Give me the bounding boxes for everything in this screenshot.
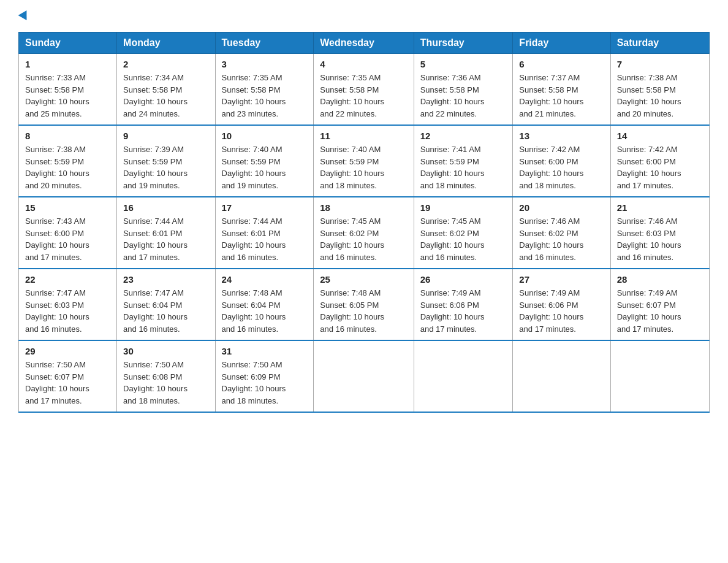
- day-number: 22: [25, 274, 110, 285]
- calendar-cell: 18 Sunrise: 7:45 AM Sunset: 6:02 PM Dayl…: [314, 197, 414, 269]
- day-info: Sunrise: 7:44 AM Sunset: 6:01 PM Dayligh…: [123, 215, 208, 263]
- calendar-cell: 11 Sunrise: 7:40 AM Sunset: 5:59 PM Dayl…: [314, 125, 414, 197]
- day-info: Sunrise: 7:38 AM Sunset: 5:59 PM Dayligh…: [25, 144, 110, 191]
- day-number: 29: [25, 346, 110, 356]
- calendar-cell: 6 Sunrise: 7:37 AM Sunset: 5:58 PM Dayli…: [513, 54, 610, 126]
- day-number: 28: [617, 274, 703, 285]
- calendar-cell: 24 Sunrise: 7:48 AM Sunset: 6:04 PM Dayl…: [215, 269, 314, 340]
- calendar-cell: 12 Sunrise: 7:41 AM Sunset: 5:59 PM Dayl…: [414, 125, 513, 197]
- day-number: 24: [222, 274, 308, 285]
- weekday-header-sunday: Sunday: [19, 33, 117, 54]
- calendar-cell: 16 Sunrise: 7:44 AM Sunset: 6:01 PM Dayl…: [117, 197, 215, 269]
- day-number: 13: [519, 131, 604, 141]
- calendar-header-row: SundayMondayTuesdayWednesdayThursdayFrid…: [19, 33, 710, 54]
- day-number: 10: [222, 131, 308, 141]
- calendar-cell: 26 Sunrise: 7:49 AM Sunset: 6:06 PM Dayl…: [414, 269, 513, 340]
- day-number: 23: [123, 274, 208, 285]
- day-number: 7: [617, 59, 703, 69]
- calendar-week-row: 1 Sunrise: 7:33 AM Sunset: 5:58 PM Dayli…: [19, 54, 710, 126]
- calendar-cell: 13 Sunrise: 7:42 AM Sunset: 6:00 PM Dayl…: [513, 125, 610, 197]
- day-info: Sunrise: 7:39 AM Sunset: 5:59 PM Dayligh…: [123, 144, 208, 191]
- day-info: Sunrise: 7:35 AM Sunset: 5:58 PM Dayligh…: [222, 72, 308, 120]
- calendar-cell: 20 Sunrise: 7:46 AM Sunset: 6:02 PM Dayl…: [513, 197, 610, 269]
- day-info: Sunrise: 7:45 AM Sunset: 6:02 PM Dayligh…: [420, 215, 507, 263]
- day-number: 19: [420, 202, 507, 213]
- calendar-cell: 4 Sunrise: 7:35 AM Sunset: 5:58 PM Dayli…: [314, 54, 414, 126]
- day-info: Sunrise: 7:46 AM Sunset: 6:02 PM Dayligh…: [519, 215, 604, 263]
- weekday-header-tuesday: Tuesday: [215, 33, 314, 54]
- day-number: 3: [222, 59, 308, 69]
- day-info: Sunrise: 7:33 AM Sunset: 5:58 PM Dayligh…: [25, 72, 110, 120]
- day-number: 17: [222, 202, 308, 213]
- weekday-header-thursday: Thursday: [414, 33, 513, 54]
- day-number: 6: [519, 59, 604, 69]
- day-number: 21: [617, 202, 703, 213]
- day-info: Sunrise: 7:41 AM Sunset: 5:59 PM Dayligh…: [420, 144, 507, 191]
- calendar-cell: 21 Sunrise: 7:46 AM Sunset: 6:03 PM Dayl…: [610, 197, 709, 269]
- day-number: 20: [519, 202, 604, 213]
- calendar-cell: 19 Sunrise: 7:45 AM Sunset: 6:02 PM Dayl…: [414, 197, 513, 269]
- day-info: Sunrise: 7:40 AM Sunset: 5:59 PM Dayligh…: [222, 144, 308, 191]
- day-info: Sunrise: 7:36 AM Sunset: 5:58 PM Dayligh…: [420, 72, 507, 120]
- calendar-cell: [610, 340, 709, 412]
- calendar-cell: 1 Sunrise: 7:33 AM Sunset: 5:58 PM Dayli…: [19, 54, 117, 126]
- calendar-cell: 7 Sunrise: 7:38 AM Sunset: 5:58 PM Dayli…: [610, 54, 709, 126]
- calendar-cell: 2 Sunrise: 7:34 AM Sunset: 5:58 PM Dayli…: [117, 54, 215, 126]
- logo-triangle-icon: [18, 10, 31, 23]
- calendar-cell: 31 Sunrise: 7:50 AM Sunset: 6:09 PM Dayl…: [215, 340, 314, 412]
- weekday-header-friday: Friday: [513, 33, 610, 54]
- calendar-cell: 8 Sunrise: 7:38 AM Sunset: 5:59 PM Dayli…: [19, 125, 117, 197]
- weekday-header-wednesday: Wednesday: [314, 33, 414, 54]
- calendar-cell: 3 Sunrise: 7:35 AM Sunset: 5:58 PM Dayli…: [215, 54, 314, 126]
- weekday-header-monday: Monday: [117, 33, 215, 54]
- day-info: Sunrise: 7:37 AM Sunset: 5:58 PM Dayligh…: [519, 72, 604, 120]
- day-number: 14: [617, 131, 703, 141]
- day-info: Sunrise: 7:49 AM Sunset: 6:06 PM Dayligh…: [519, 287, 604, 335]
- day-info: Sunrise: 7:43 AM Sunset: 6:00 PM Dayligh…: [25, 215, 110, 263]
- calendar-cell: 25 Sunrise: 7:48 AM Sunset: 6:05 PM Dayl…: [314, 269, 414, 340]
- day-info: Sunrise: 7:50 AM Sunset: 6:09 PM Dayligh…: [222, 359, 308, 407]
- calendar-week-row: 8 Sunrise: 7:38 AM Sunset: 5:59 PM Dayli…: [19, 125, 710, 197]
- calendar-cell: 17 Sunrise: 7:44 AM Sunset: 6:01 PM Dayl…: [215, 197, 314, 269]
- calendar-cell: [414, 340, 513, 412]
- day-info: Sunrise: 7:47 AM Sunset: 6:04 PM Dayligh…: [123, 287, 208, 335]
- day-number: 1: [25, 59, 110, 69]
- day-info: Sunrise: 7:48 AM Sunset: 6:04 PM Dayligh…: [222, 287, 308, 335]
- day-number: 25: [320, 274, 407, 285]
- day-info: Sunrise: 7:50 AM Sunset: 6:08 PM Dayligh…: [123, 359, 208, 407]
- day-info: Sunrise: 7:50 AM Sunset: 6:07 PM Dayligh…: [25, 359, 110, 407]
- calendar-cell: 15 Sunrise: 7:43 AM Sunset: 6:00 PM Dayl…: [19, 197, 117, 269]
- calendar-cell: 14 Sunrise: 7:42 AM Sunset: 6:00 PM Dayl…: [610, 125, 709, 197]
- day-info: Sunrise: 7:47 AM Sunset: 6:03 PM Dayligh…: [25, 287, 110, 335]
- day-number: 5: [420, 59, 507, 69]
- page-header: [18, 12, 710, 21]
- calendar-cell: [513, 340, 610, 412]
- calendar-table: SundayMondayTuesdayWednesdayThursdayFrid…: [18, 32, 710, 413]
- day-info: Sunrise: 7:38 AM Sunset: 5:58 PM Dayligh…: [617, 72, 703, 120]
- day-number: 30: [123, 346, 208, 356]
- calendar-week-row: 15 Sunrise: 7:43 AM Sunset: 6:00 PM Dayl…: [19, 197, 710, 269]
- calendar-cell: 10 Sunrise: 7:40 AM Sunset: 5:59 PM Dayl…: [215, 125, 314, 197]
- calendar-week-row: 29 Sunrise: 7:50 AM Sunset: 6:07 PM Dayl…: [19, 340, 710, 412]
- day-info: Sunrise: 7:49 AM Sunset: 6:06 PM Dayligh…: [420, 287, 507, 335]
- day-info: Sunrise: 7:45 AM Sunset: 6:02 PM Dayligh…: [320, 215, 407, 263]
- day-info: Sunrise: 7:42 AM Sunset: 6:00 PM Dayligh…: [519, 144, 604, 191]
- day-number: 27: [519, 274, 604, 285]
- calendar-cell: [314, 340, 414, 412]
- day-number: 11: [320, 131, 407, 141]
- calendar-cell: 29 Sunrise: 7:50 AM Sunset: 6:07 PM Dayl…: [19, 340, 117, 412]
- day-number: 4: [320, 59, 407, 69]
- day-info: Sunrise: 7:48 AM Sunset: 6:05 PM Dayligh…: [320, 287, 407, 335]
- day-number: 18: [320, 202, 407, 213]
- calendar-cell: 27 Sunrise: 7:49 AM Sunset: 6:06 PM Dayl…: [513, 269, 610, 340]
- day-number: 2: [123, 59, 208, 69]
- calendar-cell: 30 Sunrise: 7:50 AM Sunset: 6:08 PM Dayl…: [117, 340, 215, 412]
- day-info: Sunrise: 7:46 AM Sunset: 6:03 PM Dayligh…: [617, 215, 703, 263]
- day-info: Sunrise: 7:42 AM Sunset: 6:00 PM Dayligh…: [617, 144, 703, 191]
- calendar-cell: 9 Sunrise: 7:39 AM Sunset: 5:59 PM Dayli…: [117, 125, 215, 197]
- day-number: 9: [123, 131, 208, 141]
- day-number: 15: [25, 202, 110, 213]
- day-info: Sunrise: 7:34 AM Sunset: 5:58 PM Dayligh…: [123, 72, 208, 120]
- day-number: 31: [222, 346, 308, 356]
- calendar-cell: 28 Sunrise: 7:49 AM Sunset: 6:07 PM Dayl…: [610, 269, 709, 340]
